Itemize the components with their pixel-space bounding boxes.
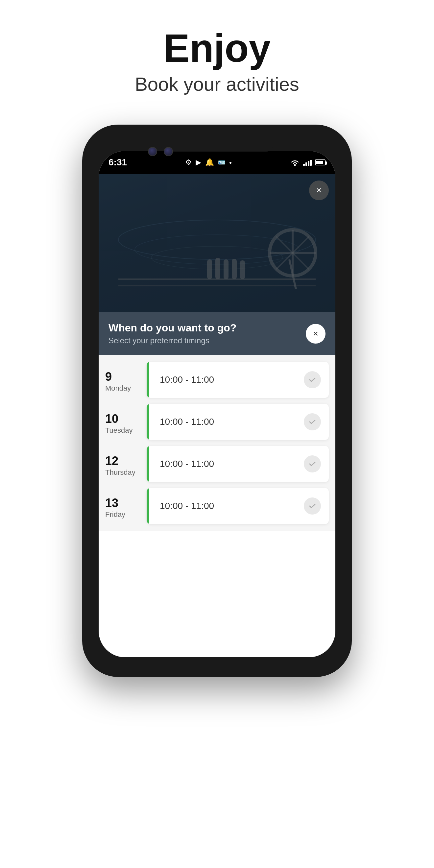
svg-rect-7 <box>207 259 212 279</box>
svg-rect-8 <box>215 258 220 279</box>
status-icons-left: ⚙ ▶ 🔔 🪪 ● <box>185 158 232 167</box>
battery-icon <box>315 159 326 165</box>
date-day-4: Friday <box>105 510 125 519</box>
date-number-4: 13 <box>105 497 118 509</box>
check-icon-2 <box>304 413 321 430</box>
date-label-2: 10 Tuesday <box>105 404 142 440</box>
time-slot-card-1[interactable]: 10:00 - 11:00 <box>147 362 329 398</box>
green-bar-1 <box>147 362 149 398</box>
date-day-1: Monday <box>105 384 131 393</box>
phone-notch <box>161 142 273 152</box>
status-bar: 6:31 ⚙ ▶ 🔔 🪪 ● <box>99 151 335 174</box>
camera-dot-left <box>148 147 157 156</box>
date-label-3: 12 Thursday <box>105 446 142 482</box>
booking-row-1: 9 Monday 10:00 - 11:00 <box>105 362 329 398</box>
date-label-4: 13 Friday <box>105 488 142 524</box>
modal-header: When do you want to go? Select your pref… <box>99 312 335 355</box>
hero-image: × <box>99 174 335 312</box>
booking-list: 9 Monday 10:00 - 11:00 10 Tu <box>99 355 335 531</box>
svg-rect-10 <box>232 259 237 279</box>
modal-title-group: When do you want to go? Select your pref… <box>108 322 237 345</box>
time-text-4: 10:00 - 11:00 <box>160 501 304 511</box>
wallet-icon: 🪪 <box>218 159 225 166</box>
green-bar-2 <box>147 404 149 440</box>
water-visual <box>99 174 335 312</box>
time-text-2: 10:00 - 11:00 <box>160 416 304 427</box>
phone-frame: 6:31 ⚙ ▶ 🔔 🪪 ● <box>82 125 352 677</box>
time-text-1: 10:00 - 11:00 <box>160 374 304 385</box>
time-slot-card-2[interactable]: 10:00 - 11:00 <box>147 404 329 440</box>
green-bar-4 <box>147 488 149 524</box>
svg-point-0 <box>294 164 296 166</box>
svg-rect-11 <box>240 260 245 279</box>
shield-icon: ▶ <box>196 158 201 167</box>
booking-row-3: 12 Thursday 10:00 - 11:00 <box>105 446 329 482</box>
check-icon-1 <box>304 371 321 388</box>
phone-cameras <box>148 147 173 156</box>
date-number-2: 10 <box>105 413 118 425</box>
date-number-1: 9 <box>105 371 112 383</box>
modal-close-button[interactable]: × <box>306 324 326 344</box>
page-title: Enjoy <box>135 26 299 70</box>
date-day-2: Tuesday <box>105 426 133 435</box>
page-subtitle: Book your activities <box>135 73 299 95</box>
check-icon-3 <box>304 455 321 472</box>
camera-dot-right <box>164 147 173 156</box>
date-label-1: 9 Monday <box>105 362 142 398</box>
time-text-3: 10:00 - 11:00 <box>160 459 304 469</box>
hero-close-button[interactable]: × <box>309 181 329 200</box>
time-slot-card-4[interactable]: 10:00 - 11:00 <box>147 488 329 524</box>
date-number-3: 12 <box>105 455 118 467</box>
svg-rect-1 <box>99 174 335 312</box>
time-slot-card-3[interactable]: 10:00 - 11:00 <box>147 446 329 482</box>
date-day-3: Thursday <box>105 468 135 477</box>
settings-icon: ⚙ <box>185 158 192 167</box>
modal-close-icon: × <box>313 329 318 339</box>
wifi-icon <box>290 159 300 166</box>
svg-rect-9 <box>224 259 228 279</box>
status-right-icons <box>290 159 326 166</box>
hero-close-icon: × <box>316 185 321 196</box>
booking-row-2: 10 Tuesday 10:00 - 11:00 <box>105 404 329 440</box>
bell-icon: 🔔 <box>205 158 214 167</box>
status-time: 6:31 <box>108 157 127 168</box>
modal-title: When do you want to go? <box>108 322 237 334</box>
modal-subtitle: Select your preferred timings <box>108 336 237 345</box>
page-header: Enjoy Book your activities <box>135 0 299 108</box>
check-icon-4 <box>304 497 321 515</box>
phone-screen: 6:31 ⚙ ▶ 🔔 🪪 ● <box>99 151 335 657</box>
dot-icon: ● <box>229 160 232 165</box>
booking-row-4: 13 Friday 10:00 - 11:00 <box>105 488 329 524</box>
signal-icon <box>303 159 312 166</box>
green-bar-3 <box>147 446 149 482</box>
